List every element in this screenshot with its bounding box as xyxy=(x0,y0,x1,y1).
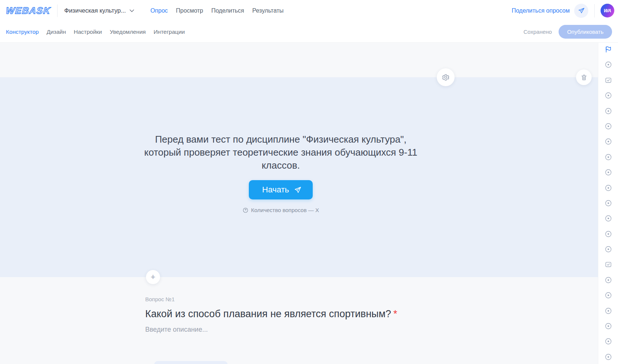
tab-integrations[interactable]: Интеграции xyxy=(153,29,185,35)
header-right-group: Поделиться опросом WA xyxy=(512,4,614,18)
radio-question-icon[interactable] xyxy=(605,184,612,192)
nav-item-results[interactable]: Результаты xyxy=(252,7,283,14)
paper-plane-icon xyxy=(578,7,585,14)
header-divider xyxy=(594,4,595,17)
flag-icon[interactable] xyxy=(605,46,612,53)
radio-question-icon[interactable] xyxy=(605,61,612,68)
radio-question-icon[interactable] xyxy=(605,169,612,176)
chevron-down-icon xyxy=(130,9,134,12)
survey-title-dropdown[interactable]: Физическая культур... xyxy=(64,7,134,14)
share-survey-button[interactable] xyxy=(574,4,588,18)
radio-question-icon[interactable] xyxy=(605,138,612,145)
rocket-send-icon xyxy=(294,186,302,194)
header-divider xyxy=(57,4,58,17)
required-asterisk: * xyxy=(393,308,397,319)
question-description-input[interactable]: Введите описание... xyxy=(145,326,435,334)
welcome-text[interactable]: Перед вами тест по дисциплине "Физическа… xyxy=(137,133,424,172)
share-survey-link[interactable]: Поделиться опросом xyxy=(512,7,570,14)
delete-block-button[interactable] xyxy=(576,69,592,85)
radio-question-icon[interactable] xyxy=(605,153,612,161)
tab-constructor[interactable]: Конструктор xyxy=(6,29,39,35)
question-title-text: Какой из способ плавания не является спо… xyxy=(145,308,391,319)
welcome-content: Перед вами тест по дисциплине "Физическа… xyxy=(137,133,424,213)
checkbox-question-icon[interactable] xyxy=(605,77,612,84)
builder-toolbar: КонструкторДизайнНастройкиУведомленияИнт… xyxy=(0,21,618,43)
radio-question-icon[interactable] xyxy=(605,230,612,238)
trash-icon xyxy=(580,74,588,81)
radio-question-icon[interactable] xyxy=(605,107,612,115)
survey-title: Физическая культур... xyxy=(64,7,126,14)
radio-question-icon[interactable] xyxy=(605,292,612,299)
tab-design[interactable]: Дизайн xyxy=(46,29,66,35)
nav-item-survey[interactable]: Опрос xyxy=(150,7,168,14)
user-avatar[interactable]: WA xyxy=(601,4,614,17)
checkbox-question-icon[interactable] xyxy=(605,261,612,268)
publish-button[interactable]: Опубликовать xyxy=(559,25,612,39)
question-count-label: Количество вопросов — X xyxy=(251,207,319,213)
saved-status: Сохранено xyxy=(523,29,552,35)
question-block: Вопрос №1 Какой из способ плавания не яв… xyxy=(145,296,435,334)
radio-question-icon[interactable] xyxy=(605,338,612,345)
main-nav: ОпросПросмотрПоделитьсяРезультаты xyxy=(150,7,284,14)
radio-question-icon[interactable] xyxy=(605,322,612,330)
editor-canvas: + Перед вами тест по дисциплине "Физичес… xyxy=(0,43,618,364)
question-number-label: Вопрос №1 xyxy=(145,296,435,303)
start-button[interactable]: Начать xyxy=(249,180,313,199)
gear-icon xyxy=(442,73,450,81)
question-title[interactable]: Какой из способ плавания не является спо… xyxy=(145,307,435,321)
radio-question-icon[interactable] xyxy=(605,276,612,284)
radio-question-icon[interactable] xyxy=(605,307,612,315)
radio-question-icon[interactable] xyxy=(605,92,612,99)
block-settings-button[interactable] xyxy=(437,68,455,86)
builder-tabs: КонструкторДизайнНастройкиУведомленияИнт… xyxy=(6,29,185,35)
nav-item-share[interactable]: Поделиться xyxy=(211,7,244,14)
add-block-button[interactable]: + xyxy=(146,270,160,284)
toolbar-right-group: Сохранено Опубликовать xyxy=(523,25,612,39)
start-button-label: Начать xyxy=(262,185,289,195)
nav-item-preview[interactable]: Просмотр xyxy=(176,7,203,14)
webask-logo[interactable]: WEBASK xyxy=(5,5,51,16)
question-count-row: Количество вопросов — X xyxy=(137,207,424,213)
radio-question-icon[interactable] xyxy=(605,353,612,361)
survey-builder-page: WEBASK Физическая культур... ОпросПросмо… xyxy=(0,0,618,364)
question-navigation-rail xyxy=(598,43,618,364)
radio-question-icon[interactable] xyxy=(605,199,612,207)
tab-notifications[interactable]: Уведомления xyxy=(110,29,146,35)
radio-question-icon[interactable] xyxy=(605,123,612,130)
top-header: WEBASK Физическая культур... ОпросПросмо… xyxy=(0,0,618,21)
radio-question-icon[interactable] xyxy=(605,215,612,222)
tab-settings[interactable]: Настройки xyxy=(74,29,102,35)
answer-option-chip[interactable] xyxy=(154,361,228,364)
plus-icon: + xyxy=(151,272,156,282)
question-circle-icon xyxy=(243,207,248,213)
radio-question-icon[interactable] xyxy=(605,246,612,253)
